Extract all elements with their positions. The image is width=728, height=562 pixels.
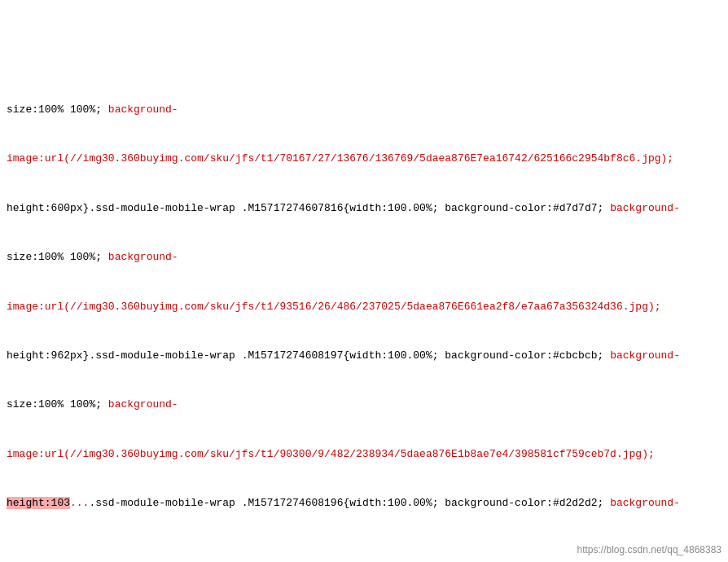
background-keyword: background-	[610, 349, 680, 362]
image-url: image:url(//img30.360buyimg.com/sku/jfs/…	[7, 301, 661, 313]
watermark-suffix: 868383	[689, 544, 721, 555]
code-line: height:962px}.ssd-module-mobile-wrap .M1…	[7, 348, 721, 364]
code-text: .ssd-module-mobile-wrap .M15717274608196…	[89, 497, 680, 509]
code-content: size:100% 100%; background- image:url(//…	[0, 0, 728, 562]
background-keyword: background-	[108, 103, 178, 116]
code-line: size:100% 100%; background-	[7, 397, 721, 413]
highlight-text: height:103	[7, 497, 70, 509]
code-line: image:url(//img30.360buyimg.com/sku/jfs/…	[7, 299, 721, 315]
continuation: ...	[70, 497, 89, 509]
code-line: height:600px}.ssd-module-mobile-wrap .M1…	[7, 200, 721, 217]
background-keyword: background-	[108, 398, 178, 411]
watermark: https://blog.csdn.net/qq_4868383	[577, 544, 721, 555]
code-line: image:url(//img30.360buyimg.com/sku/jfs/…	[7, 446, 721, 463]
image-url: image:url(//img30.360buyimg.com/sku/jfs/…	[7, 448, 655, 460]
background-keyword: background-	[610, 497, 680, 509]
background-keyword: background-	[610, 202, 680, 214]
code-line: size:100% 100%; background-	[7, 102, 721, 118]
code-line: size:100% 100%; background-	[7, 249, 721, 266]
code-line: height:103....ssd-module-mobile-wrap .M1…	[7, 495, 721, 512]
code-block-1: size:100% 100%; background- image:url(//…	[7, 69, 721, 545]
code-line: image:url(//img30.360buyimg.com/sku/jfs/…	[7, 151, 721, 167]
image-url: image:url(//img30.360buyimg.com/sku/jfs/…	[7, 152, 673, 165]
watermark-url: https://blog.csdn.net/qq_4	[577, 544, 689, 555]
background-keyword: background-	[108, 251, 178, 263]
